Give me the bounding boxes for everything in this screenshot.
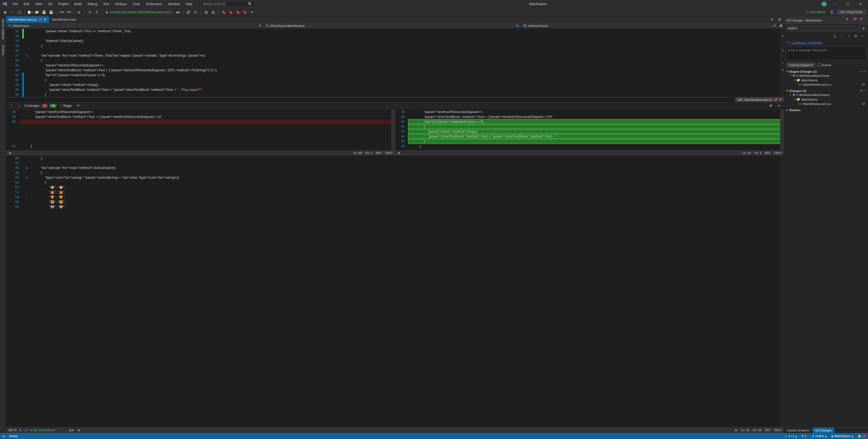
step-button1[interactable]: ⎘ [87, 9, 93, 15]
live-share-button[interactable]: ↗ Live Share [804, 10, 827, 14]
start-button[interactable]: ▶ [76, 9, 82, 15]
diff-settings-button[interactable]: ⚙ [768, 103, 774, 109]
diff-revert-button[interactable]: ↶ [75, 103, 81, 109]
undo-button[interactable]: ↶▾ [59, 9, 64, 15]
bookmark-prev[interactable]: 🔖 [228, 9, 234, 15]
maximize-button[interactable]: ▢ [842, 0, 853, 8]
git-pull-button[interactable]: ↓ [839, 33, 845, 39]
git-repo-node[interactable]: ▿ 🖥 C:\MyRepos\MatchGame [790, 73, 866, 78]
diff-down-button[interactable]: ↓ [16, 103, 22, 109]
git-sync-link[interactable]: 1 outgoing / 1 incoming [791, 41, 822, 44]
scroll-right-icon[interactable]: ► [735, 429, 738, 432]
diff-close-icon[interactable]: ✕ [779, 98, 782, 101]
back-button[interactable]: ◉ [2, 9, 8, 15]
nav-namespace[interactable]: C# MatchGame ▾ [6, 24, 263, 28]
menu-file[interactable]: File [10, 1, 20, 7]
close-button[interactable]: ✕ [855, 0, 866, 8]
diff-pin-icon[interactable]: 📌 [774, 98, 778, 101]
no-issues-indicator[interactable]: ●No issues found [31, 429, 55, 432]
git-branch-selector[interactable]: HotFix ▾ [785, 26, 867, 31]
save-all-button[interactable]: 💾 [48, 9, 54, 15]
diff-left-pane[interactable]: 38394041 "param">tenthsOfSecondsElapsed+… [6, 110, 395, 150]
git-fetch-button[interactable]: ↓̣ [832, 33, 838, 39]
tb-attach[interactable]: 🔗 [185, 9, 191, 15]
scroll-left-icon[interactable]: ◄ [8, 151, 11, 154]
step-button2[interactable]: ⎘ [94, 9, 100, 15]
menu-git[interactable]: Git [45, 1, 55, 7]
close-tab-icon[interactable]: ✕ [44, 18, 46, 22]
error-icon[interactable]: ◔ [25, 429, 27, 432]
menu-project[interactable]: Project [56, 1, 71, 7]
nav-member[interactable]: 🔷 matchesFound ▾ [521, 24, 778, 28]
stashes-header[interactable]: ▹Stashes [786, 108, 866, 112]
git-staged-file[interactable]: C# MainWindow.xaml.cs M [790, 82, 866, 87]
search-box[interactable]: Search (Ctrl+Q) 🔍 [200, 1, 254, 7]
sb-repo[interactable]: ◈ MatchGame ▴ [831, 434, 854, 438]
git-push-button[interactable]: ↑ [846, 33, 852, 39]
changes-header[interactable]: ▿Changes (1) + ⋯ [786, 89, 866, 92]
overview-ruler-bottom[interactable] [780, 156, 784, 427]
scroll-left-icon[interactable]: ◄ [397, 151, 400, 154]
brush-icon[interactable]: 🖌▾ [69, 429, 74, 432]
diff-stage-button[interactable]: + Stage [59, 103, 73, 108]
git-project-node2[interactable]: ▿ 📁 MatchGame [790, 97, 866, 102]
sb-sync[interactable]: ↑↓ 1 / 1 ▴ [784, 434, 797, 438]
staged-changes-header[interactable]: ▿Staged Changes (1) ─ ⋯ [786, 70, 866, 73]
git-more-button[interactable]: ⋯ [860, 33, 866, 39]
diff-up-button[interactable]: ↑ [8, 103, 14, 109]
tab-settings-button[interactable]: ⚙ [776, 17, 782, 23]
feedback-button[interactable]: 👤 [829, 9, 835, 15]
git-dropdown-icon[interactable]: ▾ [846, 17, 852, 23]
diff-right-pane[interactable]: 3940414243444546 "param">tenthsOfSeconds… [395, 110, 784, 150]
tb-extra1[interactable]: ◈▾ [175, 9, 181, 15]
menu-test[interactable]: Test [100, 1, 112, 7]
nav-button[interactable]: ◯ [16, 9, 22, 15]
crlf-indicator[interactable]: CRLF [774, 429, 782, 432]
git-pin-icon[interactable]: 📌 [853, 17, 859, 23]
pin-icon[interactable]: 📌 [38, 18, 42, 22]
commit-message-input[interactable]: Enter a message <Required> [786, 47, 866, 60]
tb-block2[interactable]: ▤ [210, 9, 216, 15]
amend-checkbox[interactable]: Amend [817, 63, 831, 67]
git-sync-button[interactable]: ⟳ [853, 33, 859, 39]
toolbar-overflow[interactable]: ▾ [249, 9, 255, 15]
output-icon[interactable]: ▭ [2, 434, 5, 438]
overview-ruler[interactable] [780, 29, 784, 97]
bookmark-next[interactable]: 🔖 [235, 9, 241, 15]
line-indicator[interactable]: Ln: 26 [741, 429, 749, 432]
git-close-icon[interactable]: ✕ [860, 17, 866, 23]
menu-analyze[interactable]: Analyze [113, 1, 130, 7]
user-avatar[interactable]: TG [822, 1, 827, 7]
commit-staged-button[interactable]: Commit Staged▾ [786, 62, 815, 67]
open-button[interactable]: 📂 [34, 9, 40, 15]
col-indicator[interactable]: Ch: 26 [752, 429, 761, 432]
menu-tools[interactable]: Tools [130, 1, 143, 7]
new-item-button[interactable]: 📋▾ [27, 9, 33, 15]
int-preview-badge[interactable]: INT PREVIEW [837, 9, 866, 15]
menu-window[interactable]: Window [165, 1, 182, 7]
save-button[interactable]: 💾 [41, 9, 47, 15]
spc-indicator[interactable]: SPC [765, 429, 771, 432]
scroll-indicator[interactable]: ◄ [77, 429, 80, 432]
menu-help[interactable]: Help [183, 1, 195, 7]
menu-extensions[interactable]: Extensions [144, 1, 165, 7]
menu-view[interactable]: View [33, 1, 45, 7]
code-editor-bottom[interactable]: 4647484950515253545556 ⊟⊟● } "kw">privat… [6, 156, 784, 427]
sb-notifications[interactable]: 🔔1 [858, 434, 866, 438]
tb-extra2[interactable]: ⎘ [192, 9, 198, 15]
bookmark-button[interactable]: 🔖 [221, 9, 227, 15]
git-repo-node2[interactable]: ▿ 🖥 C:\MyRepos\MatchGame [790, 92, 866, 97]
code-editor-top[interactable]: 3233343536373839404142434445 ⊟ "param">t… [6, 29, 784, 97]
tb-block1[interactable]: ▤ [203, 9, 209, 15]
menu-debug[interactable]: Debug [85, 1, 100, 7]
minimize-button[interactable]: ─ [829, 0, 840, 8]
side-tab-toolbox[interactable]: Toolbox [0, 42, 6, 58]
git-changed-file[interactable]: C# MainWindow.xaml.cs M [790, 102, 866, 106]
tab-list-button[interactable]: ▾ [769, 17, 775, 23]
bookmark-clear[interactable]: 🔖 [242, 9, 248, 15]
nav-class[interactable]: 🔧 MatchGame.MainWindow ▾ [263, 24, 521, 28]
sb-branch[interactable]: ⎇ HotFix ▴ [811, 434, 827, 438]
diff-dropdown-button[interactable]: ▾ [776, 103, 782, 109]
menu-edit[interactable]: Edit [21, 1, 32, 7]
zoom-level[interactable]: 100 % [8, 429, 17, 432]
